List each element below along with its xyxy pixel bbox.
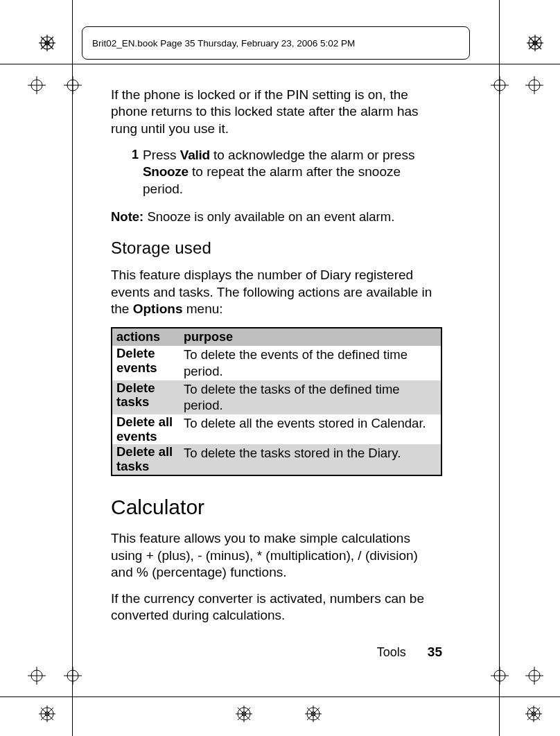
gear-icon <box>39 706 57 724</box>
note-label: Note: <box>111 209 143 224</box>
purpose-cell: To delete all the events stored in Calen… <box>180 414 441 444</box>
heading-calculator: Calculator <box>111 494 442 520</box>
footer-section: Tools <box>377 645 406 659</box>
registration-mark-icon <box>525 76 543 94</box>
table-row: Delete all events To delete all the even… <box>112 414 441 444</box>
registration-mark-icon <box>64 76 82 94</box>
valid-label: Valid <box>180 148 210 162</box>
registration-mark-icon <box>491 76 509 94</box>
header-text-box: Brit02_EN.book Page 35 Thursday, Februar… <box>82 26 470 60</box>
col-purpose: purpose <box>180 328 441 346</box>
page-number: 35 <box>428 645 442 659</box>
options-table: actions purpose Delete events To delete … <box>111 327 442 476</box>
crop-line-bottom <box>0 696 560 697</box>
note-text: Snooze is only available on an event ala… <box>143 209 394 224</box>
registration-mark-icon <box>525 667 543 685</box>
action-cell: Delete all tasks <box>112 444 180 475</box>
storage-paragraph: This feature displays the number of Diar… <box>111 267 442 317</box>
options-label: Options <box>133 301 183 316</box>
page-content: If the phone is locked or if the PIN set… <box>111 87 442 634</box>
gear-icon <box>236 706 254 724</box>
snooze-label: Snooze <box>143 164 189 179</box>
note-paragraph: Note: Snooze is only available on an eve… <box>111 209 442 225</box>
gear-icon <box>39 35 55 51</box>
purpose-cell: To delete the tasks stored in the Diary. <box>180 444 441 475</box>
crop-line-left <box>72 0 73 736</box>
intro-paragraph: If the phone is locked or if the PIN set… <box>111 87 442 137</box>
calc-paragraph-1: This feature allows you to make simple c… <box>111 530 442 581</box>
table-header-row: actions purpose <box>112 328 441 346</box>
gear-icon <box>525 706 543 724</box>
table-row: Delete tasks To delete the tasks of the … <box>112 380 441 414</box>
table-row: Delete events To delete the events of th… <box>112 346 441 380</box>
purpose-cell: To delete the tasks of the defined time … <box>180 380 441 414</box>
purpose-cell: To delete the events of the defined time… <box>180 346 441 380</box>
step-text-part: to acknowledge the alarm or press <box>210 148 415 162</box>
step-number: 1 <box>122 147 139 198</box>
col-actions: actions <box>112 328 180 346</box>
heading-storage-used: Storage used <box>111 238 442 259</box>
action-cell: Delete tasks <box>112 380 180 414</box>
registration-mark-icon <box>28 667 46 685</box>
registration-mark-icon <box>64 667 82 685</box>
gear-icon <box>305 706 323 724</box>
registration-mark-icon <box>491 667 509 685</box>
crop-line-top <box>0 64 560 64</box>
crop-marks-footer <box>0 706 560 726</box>
action-cell: Delete events <box>112 346 180 380</box>
page-footer: Tools 35 <box>111 645 442 660</box>
gear-icon <box>527 35 543 51</box>
step-text-part: Press <box>143 148 180 162</box>
calc-paragraph-2: If the currency converter is activated, … <box>111 590 442 624</box>
crop-marks-bottom <box>0 667 560 687</box>
registration-mark-icon <box>28 76 46 94</box>
header-text: Brit02_EN.book Page 35 Thursday, Februar… <box>92 38 355 49</box>
crop-line-right <box>499 0 500 736</box>
step-1: 1 Press Valid to acknowledge the alarm o… <box>111 147 442 198</box>
storage-text-part: menu: <box>182 301 222 316</box>
page-header: Brit02_EN.book Page 35 Thursday, Februar… <box>0 26 560 60</box>
action-cell: Delete all events <box>112 414 180 444</box>
table-row: Delete all tasks To delete the tasks sto… <box>112 444 441 475</box>
step-text: Press Valid to acknowledge the alarm or … <box>143 147 442 198</box>
